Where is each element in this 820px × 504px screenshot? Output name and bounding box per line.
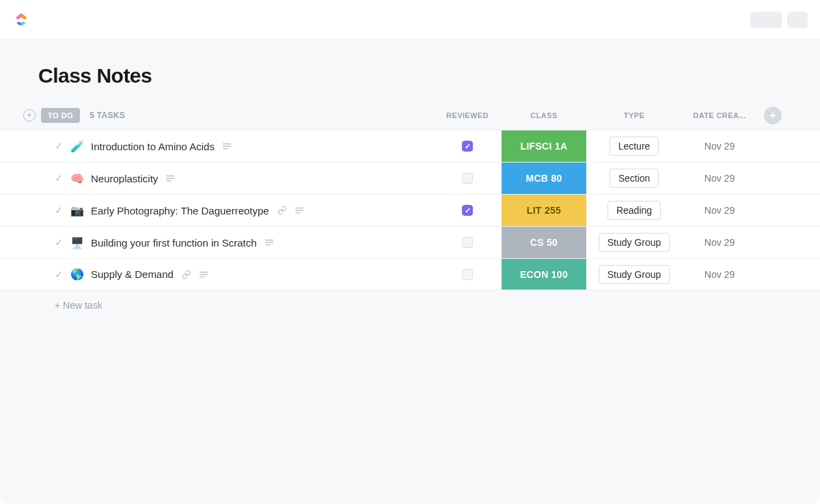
task-title[interactable]: Supply & Demand [91,268,174,280]
checkmark-icon[interactable]: ✓ [55,172,64,184]
task-title[interactable]: Neuroplasticity [91,173,158,184]
task-row-left: ✓📷Early Photography: The Daguerreotype [0,195,433,226]
class-pill[interactable]: ECON 100 [502,259,586,290]
cell-reviewed [433,259,502,290]
task-row-left: ✓🧪Introduction to Amino Acids [0,130,433,162]
task-title[interactable]: Building your first function in Scratch [91,237,257,249]
status-label[interactable]: TO DO [41,108,80,123]
cell-date: Nov 29 [682,130,757,162]
spacer [757,163,782,194]
description-icon[interactable] [265,238,275,247]
type-tag[interactable]: Lecture [610,137,659,156]
col-header-date[interactable]: DATE CREA... [682,111,757,120]
col-header-reviewed[interactable]: REVIEWED [433,111,502,120]
reviewed-checkbox[interactable] [462,173,473,184]
cell-class: CS 50 [502,227,586,258]
task-row-left: ✓🌎Supply & Demand [0,259,433,290]
svg-rect-14 [200,276,205,277]
task-row[interactable]: ✓🧪Introduction to Amino AcidsLIFSCI 1ALe… [0,130,820,162]
task-row[interactable]: ✓🧠NeuroplasticityMCB 80SectionNov 29 [0,162,820,194]
cell-date: Nov 29 [682,195,757,226]
chevron-down-icon [27,114,31,117]
svg-rect-13 [200,274,208,275]
task-row[interactable]: ✓🖥️Building your first function in Scrat… [0,226,820,258]
clickup-logo[interactable] [12,11,30,29]
task-row-cells: MCB 80SectionNov 29 [433,163,820,194]
description-icon[interactable] [223,142,232,150]
reviewed-checkbox[interactable] [462,269,473,280]
task-row-cells: ECON 100Study GroupNov 29 [433,259,820,290]
spacer [757,130,782,162]
type-tag[interactable]: Section [610,169,659,188]
class-pill[interactable]: LIT 255 [502,195,586,226]
cell-type: Study Group [586,227,682,258]
col-header-class[interactable]: CLASS [502,111,586,120]
date-text[interactable]: Nov 29 [705,237,735,248]
page-title: Class Notes [0,64,820,104]
task-row[interactable]: ✓🌎Supply & DemandECON 100Study GroupNov … [0,258,820,290]
svg-rect-8 [295,212,301,214]
svg-rect-12 [200,271,208,272]
col-header-type[interactable]: TYPE [586,111,682,120]
task-row-left: ✓🧠Neuroplasticity [0,163,433,194]
svg-rect-9 [265,240,273,241]
description-icon[interactable] [295,206,305,214]
attachment-link-icon[interactable] [277,206,287,215]
type-tag[interactable]: Reading [607,201,661,220]
cell-reviewed [433,195,502,226]
cell-date: Nov 29 [682,163,757,194]
task-title[interactable]: Introduction to Amino Acids [91,141,215,152]
collapse-toggle[interactable] [23,109,36,122]
description-icon[interactable] [166,174,176,182]
cell-reviewed [433,130,502,162]
reviewed-checkbox[interactable] [462,237,473,248]
cell-date: Nov 29 [682,259,757,290]
date-text[interactable]: Nov 29 [705,205,735,216]
cell-type: Section [586,163,682,194]
type-tag[interactable]: Study Group [599,233,670,252]
task-row-cells: LIT 255ReadingNov 29 [433,195,820,226]
reviewed-checkbox[interactable] [462,141,473,152]
cell-type: Study Group [586,259,682,290]
content-area: Class Notes TO DO 5 TASKS REVIEWED CLASS… [0,40,820,504]
svg-rect-11 [265,244,271,246]
reviewed-checkbox[interactable] [462,205,473,216]
task-title[interactable]: Early Photography: The Daguerreotype [91,205,269,216]
svg-rect-10 [265,242,273,243]
checkmark-icon[interactable]: ✓ [55,268,64,281]
type-tag[interactable]: Study Group [599,265,670,284]
checkmark-icon[interactable]: ✓ [55,204,64,216]
cell-class: LIT 255 [502,195,586,226]
date-text[interactable]: Nov 29 [705,173,735,184]
cell-reviewed [433,163,502,194]
class-pill[interactable]: CS 50 [502,227,586,258]
topbar [0,0,820,40]
cell-type: Reading [586,195,682,226]
class-pill[interactable]: MCB 80 [502,163,586,194]
cell-class: MCB 80 [502,163,586,194]
topbar-button-b[interactable] [787,12,808,28]
svg-rect-6 [295,208,303,209]
svg-rect-3 [166,176,174,177]
description-icon[interactable] [200,270,209,279]
task-emoji: 📷 [70,204,84,217]
task-row[interactable]: ✓📷Early Photography: The DaguerreotypeLI… [0,194,820,226]
checkmark-icon[interactable]: ✓ [55,236,64,249]
date-text[interactable]: Nov 29 [705,269,735,280]
add-column-button[interactable] [764,107,782,124]
date-text[interactable]: Nov 29 [705,141,735,152]
class-pill[interactable]: LIFSCI 1A [502,130,586,162]
task-row-cells: LIFSCI 1ALectureNov 29 [433,130,820,162]
svg-rect-0 [223,143,231,145]
group-header: TO DO 5 TASKS REVIEWED CLASS TYPE DATE C… [0,104,820,127]
topbar-button-a[interactable] [750,12,782,28]
task-emoji: 🌎 [70,268,84,281]
checkmark-icon[interactable]: ✓ [55,140,64,152]
new-task-button[interactable]: + New task [0,290,820,311]
cell-class: ECON 100 [502,259,586,290]
cell-date: Nov 29 [682,227,757,258]
cell-class: LIFSCI 1A [502,130,586,162]
task-emoji: 🧠 [70,172,84,185]
attachment-link-icon[interactable] [182,270,191,279]
spacer [757,259,782,290]
